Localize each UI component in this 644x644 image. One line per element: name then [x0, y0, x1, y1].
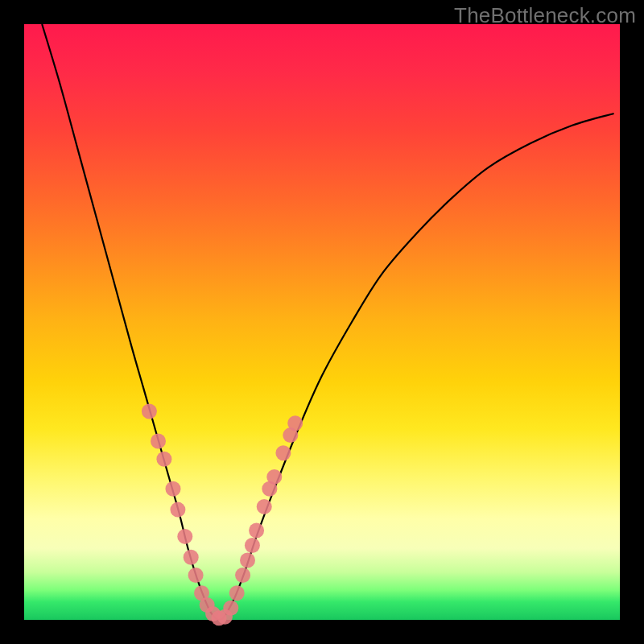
data-marker: [245, 538, 260, 553]
data-marker: [235, 568, 250, 583]
data-marker: [188, 568, 204, 583]
bottleneck-curve: [42, 24, 613, 621]
data-marker: [151, 434, 166, 449]
data-marker: [223, 601, 238, 616]
data-marker: [240, 553, 255, 568]
data-marker: [177, 529, 192, 544]
plot-area: [24, 24, 620, 620]
chart-frame: TheBottleneck.com: [0, 0, 644, 644]
data-marker: [184, 550, 199, 565]
data-marker: [266, 469, 282, 485]
data-markers: [142, 404, 303, 626]
data-marker: [166, 481, 181, 497]
chart-svg: [24, 24, 620, 620]
data-marker: [170, 502, 185, 518]
data-marker: [287, 415, 303, 431]
data-marker: [257, 499, 272, 514]
data-marker: [142, 404, 157, 419]
data-marker: [249, 523, 264, 539]
data-marker: [275, 445, 291, 460]
data-marker: [156, 452, 171, 467]
data-marker: [229, 585, 245, 601]
